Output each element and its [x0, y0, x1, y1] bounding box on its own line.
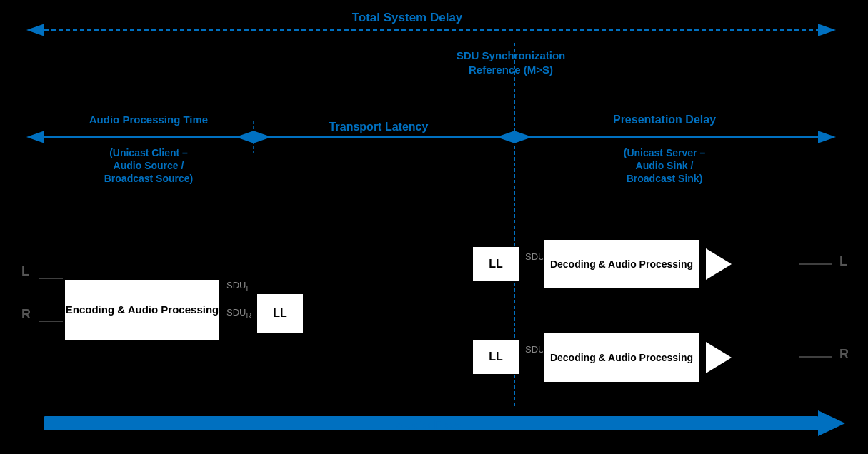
unicast-client-label: (Unicast Client – Audio Source / Broadca…	[49, 146, 249, 186]
play-triangle-r	[706, 342, 732, 373]
audio-flow-label: Audio Flow	[286, 418, 572, 433]
diagram: Total System Delay SDU Synchronization R…	[0, 0, 868, 454]
channel-l-left: L	[21, 264, 29, 279]
sdu-sync-label: SDU Synchronization Reference (M>S)	[429, 49, 593, 76]
channel-l-right: L	[839, 254, 847, 269]
transport-latency-label: Transport Latency	[264, 120, 493, 135]
encoding-box: Encoding & Audio Processing	[64, 278, 221, 341]
decoding-box-r: Decoding & Audio Processing	[543, 332, 700, 383]
ll-box-right-r: LL	[472, 338, 520, 375]
channel-r-right: R	[839, 347, 849, 362]
total-system-delay-label: Total System Delay	[286, 10, 529, 26]
sdu-l-label-left: SDUL	[226, 280, 250, 293]
svg-marker-12	[818, 410, 845, 436]
unicast-server-label: (Unicast Server – Audio Sink / Broadcast…	[522, 146, 807, 186]
audio-processing-time-label: Audio Processing Time	[49, 113, 249, 127]
sdu-r-label-left: SDUR	[226, 307, 251, 320]
ll-box-left: LL	[256, 293, 304, 334]
ll-box-right-l: LL	[472, 246, 520, 283]
presentation-delay-label: Presentation Delay	[522, 113, 807, 128]
play-triangle-l	[706, 248, 732, 280]
channel-r-left: R	[21, 307, 31, 322]
decoding-box-l: Decoding & Audio Processing	[543, 238, 700, 290]
